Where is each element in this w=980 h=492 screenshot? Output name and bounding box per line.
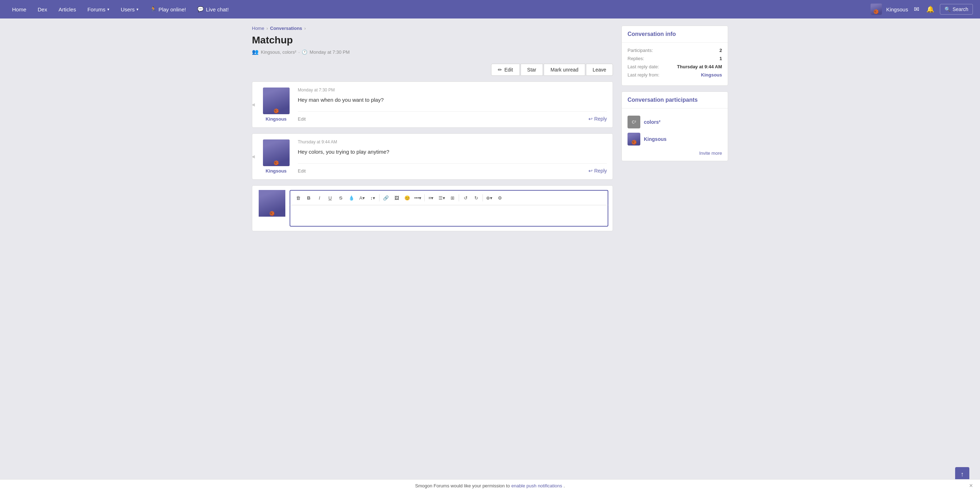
toolbar-italic[interactable]: I (315, 193, 325, 203)
toolbar-list[interactable]: ☰▾ (437, 193, 447, 203)
breadcrumb-conversations[interactable]: Conversations (270, 26, 302, 31)
breadcrumb-sep-2: › (304, 26, 305, 31)
toolbar-link[interactable]: 🔗 (381, 193, 391, 203)
conversation-info-title: Conversation info (627, 31, 676, 37)
reply-button-2[interactable]: ↩ Reply (589, 168, 607, 174)
toolbar-sep-1 (379, 194, 380, 201)
message-edit-2[interactable]: Edit (298, 168, 305, 174)
message-username-2[interactable]: Kingsous (266, 168, 286, 174)
toolbar-more[interactable]: •••▾ (413, 193, 423, 203)
message-avatar-2 (263, 139, 290, 166)
conversation-info-panel: Conversation info Participants: 2 Replie… (622, 26, 728, 86)
toolbar-image[interactable]: 🖼 (391, 193, 401, 203)
toolbar-clear[interactable]: 🗑 (293, 193, 303, 203)
message-edit-1[interactable]: Edit (298, 116, 305, 121)
message-username-1[interactable]: Kingsous (266, 116, 286, 121)
nav-items: Home Dex Articles Forums Users 🏃 Play on… (7, 3, 870, 15)
toolbar-emoji[interactable]: 😊 (402, 193, 412, 203)
breadcrumb-home[interactable]: Home (252, 26, 264, 31)
nav-play-online[interactable]: 🏃 Play online! (145, 3, 191, 15)
composer-body: 🗑 B I U S 💧 A▾ ↕▾ 🔗 🖼 😊 •••▾ (255, 186, 612, 231)
meta-dot: · (299, 50, 300, 55)
message-indicator-1 (252, 82, 255, 127)
message-author-col-1: Kingsous (260, 88, 292, 121)
toolbar-sep-4 (482, 194, 483, 201)
star-button[interactable]: Star (520, 64, 543, 76)
page-meta: 👥 Kingsous, colors² · 🕐 Monday at 7:30 P… (252, 49, 613, 55)
toolbar-size[interactable]: ↕▾ (368, 193, 378, 203)
toolbar-insert[interactable]: ⊕▾ (484, 193, 494, 203)
participants-panel: Conversation participants C² colors² Kin… (622, 91, 728, 161)
toolbar-redo[interactable]: ↻ (471, 193, 481, 203)
nav-home[interactable]: Home (7, 3, 31, 15)
nav-live-chat[interactable]: 💬 Live chat! (192, 3, 234, 15)
participant-avatar-0: C² (627, 116, 640, 128)
message-text-2: Hey colors, you trying to play anytime? (298, 148, 607, 158)
participant-name-1[interactable]: Kingsous (644, 136, 667, 142)
editor-toolbar: 🗑 B I U S 💧 A▾ ↕▾ 🔗 🖼 😊 •••▾ (290, 190, 608, 205)
message-author-col-2: Kingsous (260, 139, 292, 174)
reply-icon-1: ↩ (589, 116, 593, 121)
toolbar-color[interactable]: 💧 (347, 193, 356, 203)
participants-panel-header: Conversation participants (622, 92, 728, 109)
breadcrumb-sep-1: › (267, 26, 268, 31)
breadcrumb: Home › Conversations › (252, 26, 613, 31)
nav-articles[interactable]: Articles (54, 3, 81, 15)
participant-row-1: Kingsous (627, 131, 722, 148)
replies-value: 1 (719, 56, 722, 61)
last-reply-date-value: Thursday at 9:44 AM (677, 64, 722, 69)
message-avatar-1 (263, 88, 290, 114)
info-participants-row: Participants: 2 (627, 48, 722, 53)
page-participants: Kingsous, colors² (261, 50, 296, 55)
conversation-info-body: Participants: 2 Replies: 1 Last reply da… (622, 43, 728, 85)
toolbar-undo[interactable]: ↺ (460, 193, 471, 203)
reply-composer: 🗑 B I U S 💧 A▾ ↕▾ 🔗 🖼 😊 •••▾ (252, 185, 613, 231)
toolbar-bold[interactable]: B (304, 193, 314, 203)
participants-icon: 👥 (252, 49, 259, 55)
mail-icon[interactable]: ✉ (913, 4, 921, 14)
nav-users[interactable]: Users (116, 3, 143, 15)
toolbar-font[interactable]: A▾ (357, 193, 367, 203)
composer-avatar-col (259, 190, 285, 227)
participants-panel-body: C² colors² Kingsous Invite more (622, 109, 728, 161)
participants-panel-title: Conversation participants (627, 97, 697, 103)
composer-avatar (259, 190, 285, 217)
participant-name-0[interactable]: colors² (644, 119, 660, 125)
participant-avatar-1 (627, 133, 640, 145)
message-footer-1: Edit ↩ Reply (298, 111, 607, 121)
message-card-1: Kingsous Monday at 7:30 PM Hey man when … (252, 81, 613, 128)
reply-button-1[interactable]: ↩ Reply (589, 116, 607, 121)
nav-dex[interactable]: Dex (33, 3, 52, 15)
toolbar-align[interactable]: ≡▾ (426, 193, 436, 203)
clock-icon: 🕐 (302, 50, 307, 55)
toolbar-underline[interactable]: U (325, 193, 335, 203)
toolbar-sep-2 (424, 194, 425, 201)
mark-unread-button[interactable]: Mark unread (544, 64, 585, 76)
invite-more-link[interactable]: Invite more (627, 148, 722, 156)
info-replies-row: Replies: 1 (627, 56, 722, 61)
last-reply-from-value[interactable]: Kingsous (701, 72, 722, 78)
message-card-2: Kingsous Thursday at 9:44 AM Hey colors,… (252, 133, 613, 180)
action-bar: ✏ Edit Star Mark unread Leave (252, 64, 613, 76)
participants-label: Participants: (627, 48, 653, 53)
search-button[interactable]: 🔍 Search (940, 4, 973, 14)
editor-area[interactable] (290, 205, 608, 227)
navbar: Home Dex Articles Forums Users 🏃 Play on… (0, 0, 980, 19)
toolbar-table[interactable]: ⊞ (447, 193, 457, 203)
replies-label: Replies: (627, 56, 644, 61)
toolbar-strikethrough[interactable]: S (336, 193, 346, 203)
page-title: Matchup (252, 35, 613, 46)
bell-icon[interactable]: 🔔 (925, 4, 935, 14)
conversation-info-header: Conversation info (622, 26, 728, 43)
edit-icon: ✏ (498, 67, 502, 73)
search-icon: 🔍 (945, 6, 950, 12)
edit-button[interactable]: ✏ Edit (491, 64, 520, 76)
message-timestamp-1: Monday at 7:30 PM (298, 88, 607, 93)
toolbar-settings[interactable]: ⚙ (495, 193, 505, 203)
nav-forums[interactable]: Forums (83, 3, 115, 15)
nav-username: Kingsous (886, 6, 908, 13)
leave-button[interactable]: Leave (586, 64, 613, 76)
participants-value: 2 (719, 48, 722, 53)
user-avatar[interactable] (870, 3, 882, 15)
message-timestamp-2: Thursday at 9:44 AM (298, 139, 607, 144)
